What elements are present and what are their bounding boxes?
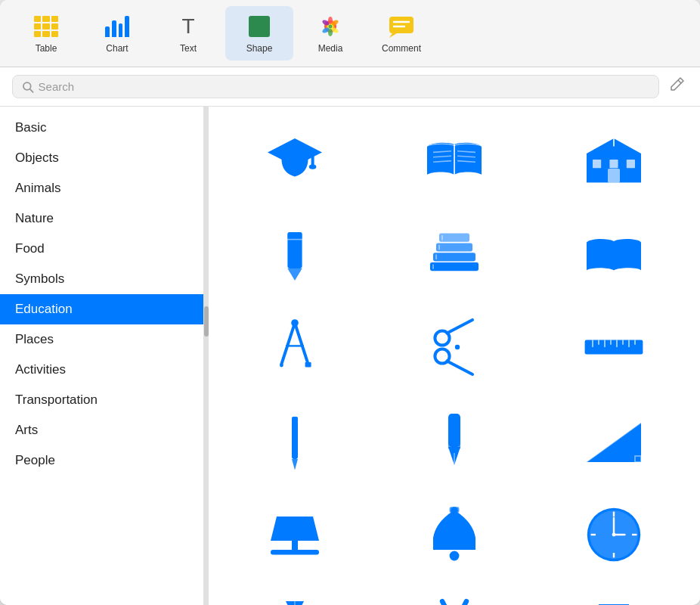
sidebar-item-objects[interactable]: Objects (0, 143, 203, 173)
shape-icon (246, 13, 273, 40)
sidebar-item-places[interactable]: Places (0, 324, 203, 355)
icon-trophy-cup[interactable] (576, 591, 652, 605)
svg-line-53 (447, 320, 472, 334)
toolbar-comment-button[interactable]: Comment (367, 6, 435, 60)
icon-compass[interactable] (257, 309, 333, 385)
sidebar-item-animals[interactable]: Animals (0, 173, 203, 203)
svg-rect-67 (292, 417, 298, 421)
sidebar-scroll-thumb[interactable] (204, 306, 209, 337)
svg-rect-31 (608, 169, 620, 182)
svg-point-49 (280, 364, 283, 368)
icon-school-bell[interactable] (417, 497, 492, 572)
icons-panel (209, 107, 700, 605)
sidebar-item-transportation[interactable]: Transportation (0, 385, 203, 415)
svg-line-54 (447, 361, 472, 374)
icon-clock[interactable] (576, 497, 652, 572)
icon-crayon[interactable] (257, 216, 333, 291)
sidebar-scrollbar[interactable] (204, 107, 209, 605)
sidebar-item-arts[interactable]: Arts (0, 415, 203, 445)
icon-set-square[interactable] (576, 403, 652, 479)
svg-rect-38 (433, 253, 475, 261)
svg-rect-68 (448, 414, 460, 447)
sidebar: Basic Objects Animals Nature Food Symbol… (0, 107, 204, 605)
svg-rect-76 (271, 550, 319, 554)
svg-rect-40 (439, 234, 469, 242)
svg-rect-30 (627, 160, 635, 168)
chart-icon (104, 13, 131, 40)
svg-line-46 (295, 323, 308, 364)
sidebar-item-nature[interactable]: Nature (0, 203, 203, 234)
svg-rect-50 (305, 362, 311, 367)
svg-marker-66 (292, 459, 298, 470)
icon-graduation-cap[interactable] (257, 122, 333, 197)
text-icon: T (175, 13, 202, 40)
toolbar-shape-label: Shape (246, 43, 273, 54)
svg-rect-18 (311, 152, 314, 166)
table-icon (33, 13, 60, 40)
svg-point-3 (329, 25, 333, 29)
icon-school-building[interactable] (576, 122, 652, 197)
sidebar-item-activities[interactable]: Activities (0, 355, 203, 385)
toolbar: Table Chart T Text (0, 0, 700, 67)
search-field-wrapper (12, 75, 659, 98)
svg-point-79 (450, 551, 460, 561)
toolbar-shape-button[interactable]: Shape (225, 6, 293, 60)
toolbar-chart-button[interactable]: Chart (83, 6, 151, 60)
icon-trophy-ribbon[interactable] (417, 591, 492, 605)
toolbar-table-label: Table (36, 43, 57, 54)
toolbar-table-button[interactable]: Table (12, 6, 80, 60)
svg-rect-77 (292, 541, 298, 550)
comment-icon (388, 13, 415, 40)
icon-books-stack[interactable] (417, 216, 492, 291)
svg-line-45 (281, 323, 295, 364)
icon-scissors[interactable] (417, 309, 492, 385)
svg-rect-70 (448, 444, 460, 448)
svg-marker-75 (271, 517, 319, 541)
svg-rect-56 (585, 340, 643, 354)
icon-pencil-thin[interactable] (257, 403, 333, 479)
sidebar-item-people[interactable]: People (0, 445, 203, 476)
sidebar-item-food[interactable]: Food (0, 234, 203, 264)
svg-rect-35 (287, 232, 302, 240)
svg-rect-29 (610, 160, 618, 168)
icon-fountain-pen[interactable] (417, 403, 492, 479)
sidebar-item-symbols[interactable]: Symbols (0, 264, 203, 294)
pen-tool-button[interactable] (665, 73, 688, 100)
icon-desk-lamp[interactable] (257, 497, 333, 572)
search-bar (0, 67, 700, 107)
toolbar-comment-label: Comment (382, 43, 421, 54)
toolbar-text-button[interactable]: T Text (154, 6, 222, 60)
icons-grid (224, 122, 685, 605)
svg-rect-39 (436, 243, 472, 251)
svg-marker-13 (389, 33, 397, 38)
media-icon (317, 13, 344, 40)
svg-point-55 (455, 345, 460, 349)
svg-rect-10 (389, 17, 413, 33)
svg-point-89 (612, 533, 616, 537)
svg-point-47 (291, 319, 299, 327)
search-input[interactable] (39, 80, 649, 93)
icon-book-open-simple[interactable] (576, 216, 652, 291)
svg-rect-37 (430, 262, 479, 271)
icon-ruler[interactable] (576, 309, 652, 385)
toolbar-chart-label: Chart (106, 43, 128, 54)
sidebar-item-basic[interactable]: Basic (0, 113, 203, 143)
app-window: Table Chart T Text (0, 0, 700, 605)
svg-rect-80 (450, 507, 460, 513)
search-icon (22, 81, 34, 93)
main-content: Basic Objects Animals Nature Food Symbol… (0, 107, 700, 605)
icon-open-book[interactable] (417, 122, 492, 197)
svg-line-16 (678, 80, 681, 83)
svg-point-19 (308, 164, 316, 169)
toolbar-media-button[interactable]: Media (296, 6, 364, 60)
sidebar-item-education[interactable]: Education (0, 294, 203, 324)
toolbar-media-label: Media (318, 43, 343, 54)
toolbar-text-label: Text (180, 43, 197, 54)
svg-line-15 (30, 88, 33, 92)
svg-marker-34 (287, 268, 302, 281)
svg-rect-65 (292, 417, 298, 459)
icon-medal[interactable] (257, 591, 333, 605)
svg-rect-28 (593, 160, 601, 168)
